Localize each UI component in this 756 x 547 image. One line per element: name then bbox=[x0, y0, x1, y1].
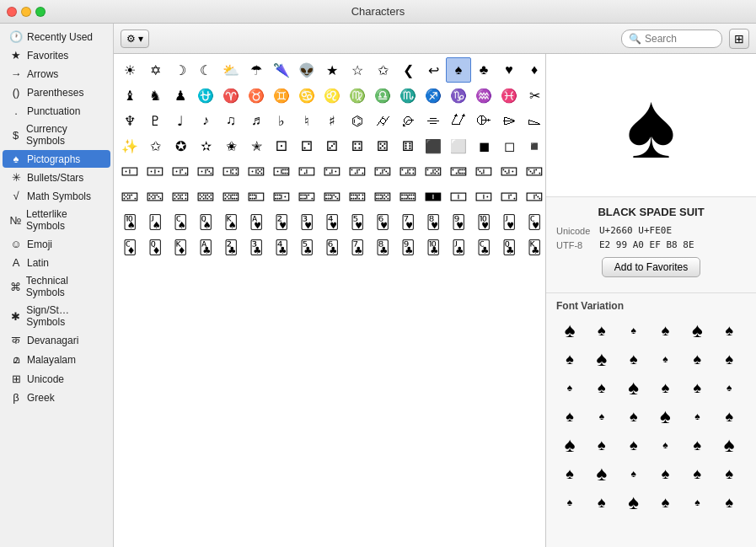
char-cell[interactable]: 🀾 bbox=[269, 158, 294, 184]
sidebar-item-bullets[interactable]: ✳Bullets/Stars bbox=[3, 169, 110, 186]
char-cell[interactable]: 🀳 bbox=[496, 184, 522, 209]
char-cell[interactable]: ♮ bbox=[294, 108, 319, 133]
char-cell[interactable]: 🁀 bbox=[319, 158, 345, 184]
char-cell[interactable]: ⌰ bbox=[446, 108, 471, 133]
char-cell[interactable]: 🃙 bbox=[395, 234, 421, 260]
char-cell[interactable]: ◻ bbox=[496, 133, 522, 158]
char-cell[interactable]: ✭ bbox=[244, 133, 269, 158]
char-cell[interactable]: ⌯ bbox=[421, 108, 446, 133]
variation-cell[interactable]: ♠ bbox=[588, 374, 615, 401]
expand-button[interactable]: ⊞ bbox=[729, 29, 749, 49]
char-cell[interactable]: 🀲 bbox=[471, 184, 496, 209]
char-cell[interactable]: 🃞 bbox=[522, 234, 545, 260]
variation-cell[interactable]: ♠ bbox=[716, 374, 743, 401]
char-cell[interactable]: ⌮ bbox=[395, 108, 421, 133]
char-cell[interactable]: ♊ bbox=[269, 83, 294, 108]
variation-cell[interactable]: ♠ bbox=[556, 460, 583, 487]
char-cell[interactable]: 🂻 bbox=[496, 209, 522, 234]
char-cell[interactable]: 🃕 bbox=[294, 234, 319, 260]
char-cell[interactable]: 🁆 bbox=[471, 158, 496, 184]
variation-cell[interactable]: ♠ bbox=[716, 317, 743, 344]
char-cell[interactable]: ♍ bbox=[345, 83, 370, 108]
char-cell[interactable]: ♑ bbox=[446, 83, 471, 108]
variation-cell[interactable]: ♠ bbox=[620, 346, 647, 373]
variation-cell[interactable]: ♠ bbox=[588, 460, 615, 487]
char-cell[interactable]: 🂪 bbox=[117, 209, 142, 234]
char-cell[interactable]: ✬ bbox=[218, 133, 244, 158]
char-cell[interactable]: ♬ bbox=[244, 108, 269, 133]
char-cell[interactable]: ✫ bbox=[193, 133, 218, 158]
char-cell[interactable]: ✂ bbox=[522, 83, 545, 108]
variation-cell[interactable]: ♠ bbox=[651, 346, 678, 373]
variation-cell[interactable]: ♠ bbox=[620, 460, 647, 487]
variation-cell[interactable]: ♠ bbox=[651, 374, 678, 401]
char-cell[interactable]: 🁙 bbox=[193, 184, 218, 209]
char-cell[interactable]: 🃘 bbox=[370, 234, 395, 260]
window-controls[interactable] bbox=[7, 7, 46, 17]
char-cell[interactable]: ⬜ bbox=[446, 133, 471, 158]
char-cell[interactable]: ♞ bbox=[142, 83, 168, 108]
char-cell[interactable]: ⚁ bbox=[294, 133, 319, 158]
char-cell[interactable]: ✡ bbox=[142, 57, 168, 83]
char-cell[interactable]: 🂬 bbox=[168, 209, 193, 234]
char-cell[interactable]: 👽 bbox=[294, 57, 319, 83]
char-cell[interactable]: ⌱ bbox=[471, 108, 496, 133]
variation-cell[interactable]: ♠ bbox=[716, 403, 743, 430]
char-cell[interactable]: ✪ bbox=[168, 133, 193, 158]
char-cell[interactable]: 🀱 bbox=[446, 184, 471, 209]
char-cell[interactable]: ☾ bbox=[193, 57, 218, 83]
variation-cell[interactable]: ♠ bbox=[620, 317, 647, 344]
char-cell[interactable]: ♒ bbox=[471, 83, 496, 108]
char-cell[interactable]: 🀻 bbox=[193, 158, 218, 184]
char-cell[interactable]: 🀺 bbox=[168, 158, 193, 184]
variation-cell[interactable]: ♠ bbox=[588, 432, 615, 459]
sidebar-item-emoji[interactable]: ☺Emoji bbox=[3, 235, 110, 253]
char-cell[interactable]: 🁞 bbox=[319, 184, 345, 209]
char-cell[interactable]: 🀴 bbox=[522, 184, 545, 209]
char-cell[interactable]: ♩ bbox=[168, 108, 193, 133]
variation-cell[interactable]: ♠ bbox=[620, 403, 647, 430]
char-cell[interactable]: 🂫 bbox=[142, 209, 168, 234]
sidebar-item-parentheses[interactable]: ()Parentheses bbox=[3, 83, 110, 101]
char-cell[interactable]: ⬛ bbox=[421, 133, 446, 158]
char-cell[interactable]: 🃎 bbox=[168, 234, 193, 260]
variation-cell[interactable]: ♠ bbox=[651, 403, 678, 430]
char-cell[interactable]: 🂹 bbox=[446, 209, 471, 234]
variation-cell[interactable]: ♠ bbox=[556, 346, 583, 373]
char-cell[interactable]: 🁚 bbox=[218, 184, 244, 209]
char-cell[interactable]: 🁖 bbox=[117, 184, 142, 209]
char-cell[interactable]: 🁜 bbox=[269, 184, 294, 209]
gear-button[interactable]: ⚙ ▾ bbox=[121, 29, 149, 48]
variation-cell[interactable]: ♠ bbox=[556, 432, 583, 459]
variation-cell[interactable]: ♠ bbox=[716, 460, 743, 487]
char-cell[interactable]: 🁈 bbox=[522, 158, 545, 184]
char-cell[interactable]: 🁁 bbox=[345, 158, 370, 184]
sidebar-item-pictographs[interactable]: ♠Pictographs bbox=[3, 150, 110, 168]
sidebar-item-favorites[interactable]: ★Favorites bbox=[3, 46, 110, 64]
char-cell[interactable]: 🁇 bbox=[496, 158, 522, 184]
char-cell[interactable]: ⚀ bbox=[269, 133, 294, 158]
char-cell[interactable]: 🃖 bbox=[319, 234, 345, 260]
variation-cell[interactable]: ♠ bbox=[716, 346, 743, 373]
char-cell[interactable]: 🁄 bbox=[421, 158, 446, 184]
char-cell[interactable]: ★ bbox=[319, 57, 345, 83]
char-cell[interactable]: ⛎ bbox=[193, 83, 218, 108]
sidebar-item-math[interactable]: √Math Symbols bbox=[3, 187, 110, 205]
char-cell[interactable]: 🂺 bbox=[471, 209, 496, 234]
variation-cell[interactable]: ♠ bbox=[716, 489, 743, 516]
char-cell[interactable]: ✩ bbox=[370, 57, 395, 83]
char-cell[interactable]: 🂭 bbox=[193, 209, 218, 234]
sidebar-item-currency[interactable]: $Currency Symbols bbox=[3, 121, 110, 149]
char-cell[interactable]: 🂮 bbox=[218, 209, 244, 234]
close-button[interactable] bbox=[7, 7, 17, 17]
char-cell[interactable]: 🀼 bbox=[218, 158, 244, 184]
variation-cell[interactable]: ♠ bbox=[620, 432, 647, 459]
variation-cell[interactable]: ♠ bbox=[556, 374, 583, 401]
char-cell[interactable]: ♦ bbox=[522, 57, 545, 83]
variation-cell[interactable]: ♠ bbox=[556, 489, 583, 516]
sidebar-item-sign[interactable]: ✱Sign/St…Symbols bbox=[3, 302, 110, 330]
char-cell[interactable]: ♥ bbox=[496, 57, 522, 83]
variation-cell[interactable]: ♠ bbox=[620, 489, 647, 516]
minimize-button[interactable] bbox=[21, 7, 31, 17]
variation-cell[interactable]: ♠ bbox=[588, 489, 615, 516]
